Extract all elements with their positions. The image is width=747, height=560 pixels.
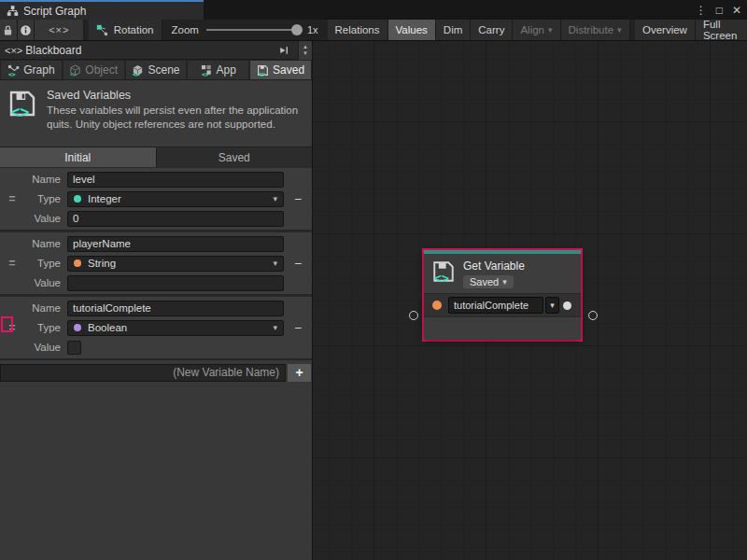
chevron-down-icon: ▾	[273, 194, 277, 203]
variable-name-input[interactable]	[67, 236, 284, 252]
toolbar-button-overview[interactable]: Overview	[635, 20, 696, 40]
graph-toolbar: <×> Rotation Zoom 1x Relations Values Di…	[0, 20, 747, 41]
variable-value-input[interactable]	[67, 275, 284, 291]
object-tab-icon: <>	[69, 64, 81, 77]
scroll-up-icon[interactable]: ▲	[303, 44, 308, 50]
variable-name-input[interactable]	[67, 172, 284, 188]
info-description: These variables will persist even after …	[47, 104, 303, 132]
chevron-down-icon: ▾	[502, 277, 507, 287]
output-connection-port[interactable]	[588, 311, 598, 320]
tab-script-graph[interactable]: Script Graph	[0, 0, 204, 20]
variable-card-playerName: Name = Type String ▾ − Value	[0, 231, 312, 296]
add-variable-button[interactable]: +	[288, 364, 311, 382]
variable-card-level: Name = Type Integer ▾ − Value	[0, 167, 312, 231]
boolean-value-checkbox[interactable]	[67, 341, 81, 355]
info-title: Saved Variables	[47, 89, 303, 102]
toolbar-button-values[interactable]: Values	[388, 20, 436, 40]
tab-saved[interactable]: <> Saved	[250, 61, 311, 79]
remove-variable-button[interactable]: −	[284, 320, 312, 335]
value-label: Value	[24, 342, 67, 353]
code-preview-button[interactable]: <×>	[35, 20, 84, 40]
scene-tab-icon: <>	[132, 64, 144, 77]
rotation-label: Rotation	[114, 24, 154, 35]
dock-panel-button[interactable]	[278, 45, 289, 56]
toolbar-button-distribute[interactable]: Distribute ▾	[561, 20, 630, 40]
close-icon[interactable]: ✕	[732, 4, 741, 17]
name-label: Name	[24, 174, 67, 185]
panel-scroll-arrows[interactable]: ▲ ▼	[298, 41, 312, 60]
svg-text:<>: <>	[70, 70, 78, 76]
maximize-icon[interactable]: □	[716, 4, 723, 17]
svg-text:<>: <>	[434, 271, 449, 284]
svg-text:<>: <>	[258, 69, 266, 76]
tab-scene[interactable]: <> Scene	[126, 61, 187, 79]
subtab-initial[interactable]: Initial	[0, 147, 157, 167]
drag-handle-highlight	[1, 316, 13, 332]
rotation-button[interactable]: Rotation	[89, 20, 162, 40]
string-input-port[interactable]	[432, 301, 442, 310]
chevron-down-icon: ▾	[273, 323, 277, 332]
graph-canvas[interactable]: <> Get Variable Saved ▾ tutorialComplete…	[313, 41, 747, 560]
type-label: Type	[24, 322, 67, 333]
drag-handle-icon[interactable]: =	[0, 257, 24, 270]
boolean-type-dot	[74, 324, 81, 331]
drag-handle-icon[interactable]: =	[0, 192, 24, 205]
new-variable-row: +	[0, 363, 312, 382]
value-mode-tabs: Initial Saved	[0, 147, 312, 167]
type-dropdown[interactable]: Boolean ▾	[67, 320, 284, 336]
lock-icon	[2, 24, 14, 36]
toolbar-button-relations[interactable]: Relations	[328, 20, 388, 40]
toolbar-button-align[interactable]: Align ▾	[513, 20, 560, 40]
script-graph-icon	[7, 5, 19, 17]
toolbar-button-dim[interactable]: Dim	[436, 20, 471, 40]
remove-variable-button[interactable]: −	[284, 256, 312, 271]
variable-value-input[interactable]	[67, 211, 284, 227]
zoom-slider-knob[interactable]	[291, 24, 303, 35]
variable-scope-tabs: <> Graph <> Object <> Scene	[0, 60, 312, 80]
floppy-disk-icon: <>	[431, 259, 456, 284]
floppy-disk-icon: <>	[7, 89, 37, 139]
inspect-button[interactable]	[18, 20, 35, 40]
lock-button[interactable]	[0, 20, 18, 40]
tab-object[interactable]: <> Object	[63, 61, 124, 79]
info-icon	[20, 24, 32, 36]
window-menu-icon[interactable]: ⋮	[696, 4, 707, 17]
visual-scripting-icon: <×>	[5, 45, 22, 56]
value-label: Value	[24, 277, 67, 288]
graph-tab-icon: <>	[7, 64, 20, 77]
value-output-port[interactable]	[563, 301, 571, 310]
saved-variables-info: <> Saved Variables These variables will …	[0, 80, 312, 147]
code-icon: <×>	[49, 24, 69, 35]
input-connection-port[interactable]	[409, 311, 418, 320]
tab-title: Script Graph	[23, 5, 86, 18]
node-title: Get Variable	[463, 259, 525, 273]
saved-tab-icon: <>	[257, 64, 269, 77]
name-label: Name	[24, 238, 67, 249]
toolbar-button-carry[interactable]: Carry	[471, 20, 513, 40]
app-tab-icon: <>	[201, 64, 213, 77]
name-label: Name	[24, 302, 67, 314]
toolbar-button-full-screen[interactable]: Full Screen	[696, 20, 747, 40]
variable-picker-button[interactable]: ▾	[545, 297, 559, 314]
subtab-saved[interactable]: Saved	[157, 147, 313, 167]
get-variable-node[interactable]: <> Get Variable Saved ▾ tutorialComplete…	[424, 250, 581, 340]
variable-card-tutorialComplete: Name = Type Boolean ▾ − Value	[0, 296, 312, 360]
tab-app[interactable]: <> App	[188, 61, 248, 79]
type-dropdown[interactable]: Integer ▾	[67, 191, 284, 207]
svg-text:<>: <>	[10, 103, 29, 119]
scroll-down-icon[interactable]: ▼	[303, 50, 308, 57]
value-label: Value	[24, 213, 67, 224]
variable-name-field[interactable]: tutorialComplete	[448, 297, 543, 314]
zoom-label: Zoom	[172, 24, 199, 35]
zoom-value: 1x	[307, 24, 318, 35]
type-dropdown[interactable]: String ▾	[67, 256, 284, 272]
remove-variable-button[interactable]: −	[284, 191, 312, 206]
blackboard-panel: <×> Blackboard ▲ ▼ <> Graph	[0, 41, 313, 560]
variable-scope-dropdown[interactable]: Saved ▾	[463, 275, 514, 288]
new-variable-input[interactable]	[0, 364, 286, 382]
zoom-slider[interactable]	[206, 29, 300, 31]
chevron-down-icon: ▾	[548, 25, 553, 35]
tab-graph[interactable]: <> Graph	[1, 61, 62, 79]
variable-name-input[interactable]	[67, 301, 284, 316]
svg-text:<>: <>	[202, 70, 209, 76]
